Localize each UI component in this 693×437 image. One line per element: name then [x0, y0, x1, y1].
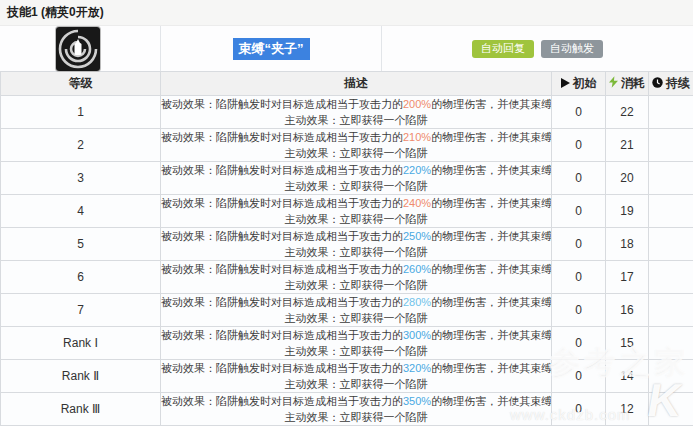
duration-cell: [649, 129, 693, 162]
col-header-level: 等级: [1, 72, 161, 96]
active-effect-line: 主动效果：立即获得一个陷阱: [161, 376, 551, 392]
table-row: 6被动效果：陷阱触发时对目标造成相当于攻击力的260%的物理伤害，并使其束缚1.…: [1, 261, 693, 294]
duration-cell: [649, 228, 693, 261]
sp-cost-cell: 12: [606, 393, 649, 426]
skill-icon: [56, 27, 100, 71]
duration-cell: [649, 96, 693, 129]
initial-sp-cell: 0: [552, 195, 606, 228]
duration-cell: [649, 195, 693, 228]
panel-title-bar: 技能1 (精英0开放): [0, 0, 693, 26]
description-cell: 被动效果：陷阱触发时对目标造成相当于攻击力的250%的物理伤害，并使其束缚1.5…: [161, 228, 552, 261]
clock-icon: [652, 77, 663, 88]
table-row: Rank Ⅲ被动效果：陷阱触发时对目标造成相当于攻击力的350%的物理伤害，并使…: [1, 393, 693, 426]
description-cell: 被动效果：陷阱触发时对目标造成相当于攻击力的280%的物理伤害，并使其束缚2秒主…: [161, 294, 552, 327]
skill-name-cell: 束缚“夹子”: [160, 26, 381, 71]
description-cell: 被动效果：陷阱触发时对目标造成相当于攻击力的240%的物理伤害，并使其束缚1.5…: [161, 195, 552, 228]
active-effect-line: 主动效果：立即获得一个陷阱: [161, 310, 551, 326]
level-cell: 3: [1, 162, 161, 195]
skill-panel: 技能1 (精英0开放) 束缚“夹子”: [0, 0, 693, 437]
play-icon: [561, 78, 570, 88]
duration-cell: [649, 360, 693, 393]
passive-effect-line: 被动效果：陷阱触发时对目标造成相当于攻击力的320%的物理伤害，并使其束缚2.5…: [161, 360, 551, 376]
table-row: 3被动效果：陷阱触发时对目标造成相当于攻击力的220%的物理伤害，并使其束缚1.…: [1, 162, 693, 195]
duration-cell: [649, 393, 693, 426]
sp-cost-cell: 15: [606, 327, 649, 360]
sp-cost-cell: 18: [606, 228, 649, 261]
level-cell: 5: [1, 228, 161, 261]
initial-sp-cell: 0: [552, 360, 606, 393]
sp-cost-cell: 16: [606, 294, 649, 327]
description-cell: 被动效果：陷阱触发时对目标造成相当于攻击力的300%的物理伤害，并使其束缚2.5…: [161, 327, 552, 360]
level-cell: Rank Ⅱ: [1, 360, 161, 393]
duration-cell: [649, 162, 693, 195]
table-row: 5被动效果：陷阱触发时对目标造成相当于攻击力的250%的物理伤害，并使其束缚1.…: [1, 228, 693, 261]
initial-sp-cell: 0: [552, 261, 606, 294]
sp-cost-cell: 22: [606, 96, 649, 129]
passive-effect-line: 被动效果：陷阱触发时对目标造成相当于攻击力的200%的物理伤害，并使其束缚1.5…: [161, 96, 551, 112]
table-row: 2被动效果：陷阱触发时对目标造成相当于攻击力的210%的物理伤害，并使其束缚1.…: [1, 129, 693, 162]
active-effect-line: 主动效果：立即获得一个陷阱: [161, 409, 551, 425]
description-cell: 被动效果：陷阱触发时对目标造成相当于攻击力的260%的物理伤害，并使其束缚1.5…: [161, 261, 552, 294]
panel-title: 技能1 (精英0开放): [7, 4, 104, 21]
skill-table-body: 1被动效果：陷阱触发时对目标造成相当于攻击力的200%的物理伤害，并使其束缚1.…: [1, 96, 693, 426]
passive-effect-line: 被动效果：陷阱触发时对目标造成相当于攻击力的250%的物理伤害，并使其束缚1.5…: [161, 228, 551, 244]
col-header-initial: 初始: [552, 72, 606, 96]
table-header-row: 等级 描述 初始 消耗 持续: [1, 72, 693, 96]
skill-icon-cell: [0, 26, 160, 71]
passive-effect-line: 被动效果：陷阱触发时对目标造成相当于攻击力的220%的物理伤害，并使其束缚1.5…: [161, 162, 551, 178]
initial-sp-cell: 0: [552, 129, 606, 162]
col-header-duration: 持续: [649, 72, 693, 96]
table-row: 7被动效果：陷阱触发时对目标造成相当于攻击力的280%的物理伤害，并使其束缚2秒…: [1, 294, 693, 327]
skill-badges-cell: 自动回复 自动触发: [381, 26, 693, 71]
passive-effect-line: 被动效果：陷阱触发时对目标造成相当于攻击力的240%的物理伤害，并使其束缚1.5…: [161, 195, 551, 211]
level-cell: Rank Ⅰ: [1, 327, 161, 360]
sp-cost-cell: 19: [606, 195, 649, 228]
table-row: Rank Ⅰ被动效果：陷阱触发时对目标造成相当于攻击力的300%的物理伤害，并使…: [1, 327, 693, 360]
passive-effect-line: 被动效果：陷阱触发时对目标造成相当于攻击力的260%的物理伤害，并使其束缚1.5…: [161, 261, 551, 277]
description-cell: 被动效果：陷阱触发时对目标造成相当于攻击力的320%的物理伤害，并使其束缚2.5…: [161, 360, 552, 393]
initial-sp-cell: 0: [552, 228, 606, 261]
duration-cell: [649, 327, 693, 360]
description-cell: 被动效果：陷阱触发时对目标造成相当于攻击力的220%的物理伤害，并使其束缚1.5…: [161, 162, 552, 195]
sp-cost-cell: 14: [606, 360, 649, 393]
sp-cost-cell: 21: [606, 129, 649, 162]
initial-sp-cell: 0: [552, 96, 606, 129]
duration-cell: [649, 261, 693, 294]
table-row: Rank Ⅱ被动效果：陷阱触发时对目标造成相当于攻击力的320%的物理伤害，并使…: [1, 360, 693, 393]
active-effect-line: 主动效果：立即获得一个陷阱: [161, 343, 551, 359]
active-effect-line: 主动效果：立即获得一个陷阱: [161, 145, 551, 161]
initial-sp-cell: 0: [552, 294, 606, 327]
lightning-icon: [609, 76, 618, 88]
skill-table: 等级 描述 初始 消耗 持续 1被动效果：陷阱触发时对目标造成相当于攻击力的20…: [0, 71, 693, 426]
level-cell: 4: [1, 195, 161, 228]
description-cell: 被动效果：陷阱触发时对目标造成相当于攻击力的210%的物理伤害，并使其束缚1.5…: [161, 129, 552, 162]
initial-sp-cell: 0: [552, 162, 606, 195]
active-effect-line: 主动效果：立即获得一个陷阱: [161, 211, 551, 227]
trigger-type-badge: 自动触发: [541, 40, 603, 58]
description-cell: 被动效果：陷阱触发时对目标造成相当于攻击力的200%的物理伤害，并使其束缚1.5…: [161, 96, 552, 129]
passive-effect-line: 被动效果：陷阱触发时对目标造成相当于攻击力的210%的物理伤害，并使其束缚1.5…: [161, 129, 551, 145]
passive-effect-line: 被动效果：陷阱触发时对目标造成相当于攻击力的300%的物理伤害，并使其束缚2.5…: [161, 327, 551, 343]
sp-cost-cell: 17: [606, 261, 649, 294]
active-effect-line: 主动效果：立即获得一个陷阱: [161, 277, 551, 293]
col-header-cost: 消耗: [606, 72, 649, 96]
skill-name: 束缚“夹子”: [233, 38, 310, 60]
level-cell: 6: [1, 261, 161, 294]
table-row: 4被动效果：陷阱触发时对目标造成相当于攻击力的240%的物理伤害，并使其束缚1.…: [1, 195, 693, 228]
active-effect-line: 主动效果：立即获得一个陷阱: [161, 244, 551, 260]
sp-recovery-badge: 自动回复: [472, 40, 534, 58]
active-effect-line: 主动效果：立即获得一个陷阱: [161, 112, 551, 128]
level-cell: Rank Ⅲ: [1, 393, 161, 426]
initial-sp-cell: 0: [552, 327, 606, 360]
active-effect-line: 主动效果：立即获得一个陷阱: [161, 178, 551, 194]
passive-effect-line: 被动效果：陷阱触发时对目标造成相当于攻击力的350%的物理伤害，并使其束缚3秒: [161, 393, 551, 409]
level-cell: 1: [1, 96, 161, 129]
table-row: 1被动效果：陷阱触发时对目标造成相当于攻击力的200%的物理伤害，并使其束缚1.…: [1, 96, 693, 129]
passive-effect-line: 被动效果：陷阱触发时对目标造成相当于攻击力的280%的物理伤害，并使其束缚2秒: [161, 294, 551, 310]
initial-sp-cell: 0: [552, 393, 606, 426]
skill-header-row: 束缚“夹子” 自动回复 自动触发: [0, 26, 693, 71]
level-cell: 7: [1, 294, 161, 327]
col-header-desc: 描述: [161, 72, 552, 96]
level-cell: 2: [1, 129, 161, 162]
description-cell: 被动效果：陷阱触发时对目标造成相当于攻击力的350%的物理伤害，并使其束缚3秒主…: [161, 393, 552, 426]
